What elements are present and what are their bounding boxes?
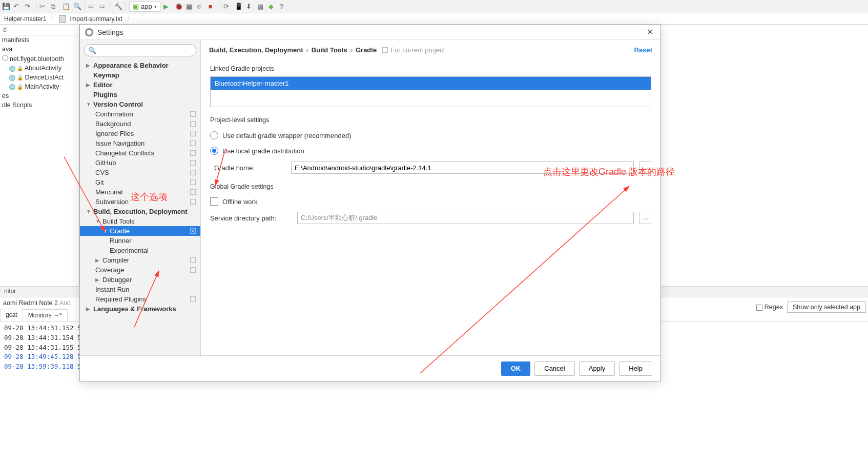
project-scope-icon — [190, 179, 196, 186]
run-config-combo[interactable]: ▣ app ▾ — [129, 2, 160, 12]
offline-work-checkbox[interactable]: Offline work — [210, 194, 651, 209]
tree-appearance[interactable]: ▶Appearance & Behavior — [80, 61, 200, 70]
class-icon: C — [9, 84, 15, 90]
tree-runner[interactable]: Runner — [80, 236, 200, 246]
list-item[interactable]: BluetoothHelper-master1 — [211, 77, 651, 90]
sdk-icon[interactable]: ⬇ — [246, 3, 254, 11]
build-icon[interactable]: 🔨 — [114, 3, 122, 11]
project-scope-icon — [190, 120, 196, 127]
tree-manifests[interactable]: manifests — [0, 35, 79, 45]
back-icon[interactable]: ⇦ — [88, 3, 96, 11]
tab-logcat[interactable]: gcat — [0, 309, 23, 321]
tree-class[interactable]: C🔒 DeviceListAct — [0, 73, 79, 82]
close-button[interactable]: ✕ — [644, 27, 655, 38]
tree-vc-item[interactable]: Subversion — [80, 197, 200, 207]
help-icon[interactable]: ? — [280, 3, 288, 11]
tree-plugins[interactable]: Plugins — [80, 90, 200, 99]
breadcrumb-project[interactable]: Helper-master1 — [2, 15, 49, 23]
tree-vc-item[interactable]: Confirmation — [80, 109, 200, 119]
stop-icon[interactable]: ■ — [209, 3, 217, 11]
service-dir-input[interactable] — [297, 212, 634, 224]
cancel-button[interactable]: Cancel — [534, 361, 574, 376]
package-icon — [2, 55, 8, 61]
tree-vc-item[interactable]: Issue Navigation — [80, 138, 200, 148]
svg-rect-7 — [191, 180, 196, 185]
tree-coverage[interactable]: Coverage — [80, 265, 200, 275]
tree-editor[interactable]: ▶Editor — [80, 80, 200, 90]
attach-icon[interactable]: ⎋ — [197, 3, 205, 11]
tree-vc-item[interactable]: GitHub — [80, 158, 200, 168]
ok-button[interactable]: OK — [501, 361, 531, 376]
run-icon[interactable]: ▶ — [163, 3, 172, 11]
tree-vc-item[interactable]: CVS — [80, 168, 200, 177]
svg-rect-9 — [191, 199, 196, 205]
svg-rect-6 — [191, 170, 196, 175]
avd-icon[interactable]: 📱 — [235, 3, 243, 11]
tree-vc-item[interactable]: Mercurial — [80, 187, 200, 197]
svg-rect-8 — [191, 190, 196, 195]
svg-rect-0 — [191, 112, 196, 117]
undo-icon[interactable]: ↶ — [13, 3, 22, 11]
tree-res[interactable]: es — [0, 91, 79, 100]
project-dropdown[interactable]: d — [0, 25, 79, 35]
apply-button[interactable]: Apply — [579, 361, 615, 376]
scope-hint: For current project — [382, 46, 445, 54]
tree-scripts[interactable]: dle Scripts — [0, 100, 79, 110]
filter-button[interactable]: Show only selected app — [787, 301, 866, 313]
tree-version-control[interactable]: ▼Version Control — [80, 99, 200, 109]
tree-vc-item[interactable]: Background — [80, 119, 200, 129]
tree-vc-item[interactable]: Git — [80, 177, 200, 187]
radio-default-wrapper[interactable]: Use default gradle wrapper (recommended) — [210, 128, 651, 143]
project-settings-label: Project-level settings — [210, 116, 651, 124]
sync-icon[interactable]: ⟳ — [223, 3, 232, 11]
reset-link[interactable]: Reset — [634, 46, 652, 54]
tree-required-plugins[interactable]: Required Plugins — [80, 294, 200, 304]
gradle-home-input[interactable] — [291, 162, 634, 174]
browse-button[interactable]: … — [639, 162, 651, 174]
tree-gradle[interactable]: ▼Gradle — [80, 226, 200, 236]
linked-projects-list[interactable]: BluetoothHelper-master1 — [210, 76, 651, 107]
save-icon[interactable]: 💾 — [2, 3, 10, 11]
tree-languages[interactable]: ▶Languages & Frameworks — [80, 304, 200, 314]
regex-checkbox[interactable]: Regex — [756, 304, 783, 311]
debug-icon[interactable]: 🐞 — [175, 3, 183, 11]
gradle-home-label: Gradle home: — [214, 164, 286, 172]
ddms-icon[interactable]: ▤ — [257, 3, 265, 11]
tree-class[interactable]: C🔒 AboutActivity — [0, 64, 79, 73]
copy-icon[interactable]: ⧉ — [51, 3, 59, 11]
tab-monitors[interactable]: Monitors →* — [23, 309, 68, 321]
browse-button[interactable]: … — [639, 212, 651, 224]
breadcrumb-file[interactable]: import-summary.txt — [68, 15, 125, 23]
settings-search[interactable] — [84, 44, 196, 56]
tree-build-tools[interactable]: ▼Build Tools — [80, 216, 200, 226]
tree-experimental[interactable]: Experimental — [80, 246, 200, 255]
tree-vc-item[interactable]: Changelist Conflicts — [80, 148, 200, 158]
radio-icon — [210, 131, 218, 139]
radio-icon — [210, 147, 218, 155]
cut-icon[interactable]: ✂ — [39, 3, 48, 11]
tree-package[interactable]: net.flyget.bluetooth — [0, 54, 79, 64]
tree-debugger[interactable]: ▶Debugger — [80, 275, 200, 285]
tree-java[interactable]: ava — [0, 45, 79, 54]
project-scope-icon — [190, 228, 196, 234]
help-button[interactable]: Help — [619, 361, 652, 376]
redo-icon[interactable]: ↷ — [25, 3, 33, 11]
tree-class[interactable]: C🔒 MainActivity — [0, 82, 79, 91]
tree-keymap[interactable]: Keymap — [80, 70, 200, 80]
svg-rect-5 — [191, 160, 196, 166]
radio-local-distribution[interactable]: Use local gradle distribution — [210, 143, 651, 158]
tree-compiler[interactable]: ▶Compiler — [80, 255, 200, 265]
svg-rect-4 — [191, 151, 196, 156]
paste-icon[interactable]: 📋 — [62, 3, 70, 11]
dialog-title: Settings — [97, 28, 123, 36]
profile-icon[interactable]: ▦ — [186, 3, 194, 11]
android-icon2[interactable]: ◆ — [268, 3, 277, 11]
lock-icon: 🔒 — [17, 75, 23, 80]
find-icon[interactable]: 🔍 — [73, 3, 81, 11]
forward-icon[interactable]: ⇨ — [99, 3, 108, 11]
tree-bed[interactable]: ▼Build, Execution, Deployment — [80, 207, 200, 216]
lock-icon: 🔒 — [17, 66, 23, 71]
tree-instant-run[interactable]: Instant Run — [80, 285, 200, 294]
project-scope-icon — [190, 169, 196, 176]
tree-vc-item[interactable]: Ignored Files — [80, 129, 200, 138]
